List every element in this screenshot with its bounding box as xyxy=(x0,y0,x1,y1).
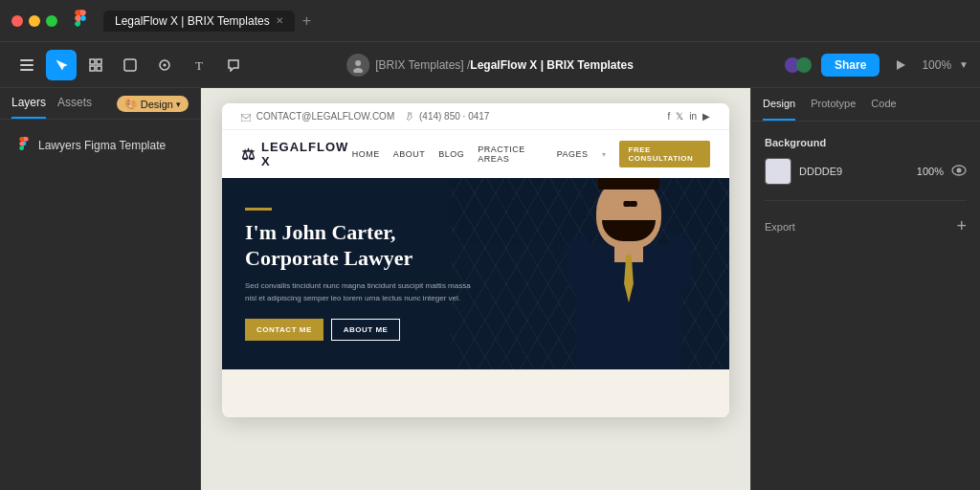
youtube-icon: ▶ xyxy=(702,111,710,122)
logo-icon: ⚖ xyxy=(241,145,256,164)
svg-point-9 xyxy=(164,63,167,66)
design-badge-label: Design xyxy=(141,99,173,110)
site-nav-links: HOME ABOUT BLOG PRACTICE AREAS PAGES ▾ F… xyxy=(352,141,710,167)
toolbar-right: Share 100% ▼ xyxy=(783,50,969,80)
site-topbar: CONTACT@LEGALFLOW.COM (414) 850 · 0417 f… xyxy=(222,103,729,130)
logo-text: LEGALFLOW X xyxy=(261,140,352,168)
svg-rect-4 xyxy=(97,59,101,64)
left-panel-content: Lawyers Figma Template xyxy=(0,120,200,170)
topbar-email: CONTACT@LEGALFLOW.COM xyxy=(241,111,394,122)
share-button[interactable]: Share xyxy=(821,54,880,77)
layer-item[interactable]: Lawyers Figma Template xyxy=(11,131,189,159)
tab-assets[interactable]: Assets xyxy=(57,96,92,119)
topbar-phone: (414) 850 · 0417 xyxy=(406,111,489,122)
toolbar-center: [BRIX Templates] /LegalFlow X | BRIX Tem… xyxy=(346,54,634,77)
twitter-icon: 𝕏 xyxy=(676,111,683,122)
active-tab[interactable]: LegalFlow X | BRIX Templates ✕ xyxy=(103,11,295,32)
add-tab-button[interactable]: + xyxy=(299,12,315,30)
right-panel: Design Prototype Code Background DDDDE9 … xyxy=(750,88,980,490)
hero-subtitle: Sed convallis tincidunt nunc magna tinci… xyxy=(245,280,475,305)
site-logo: ⚖ LEGALFLOW X xyxy=(241,140,352,168)
svg-point-15 xyxy=(796,57,812,73)
svg-point-12 xyxy=(355,60,361,66)
nav-practice[interactable]: PRACTICE AREAS xyxy=(478,145,543,164)
svg-rect-3 xyxy=(90,59,95,64)
background-section-title: Background xyxy=(765,137,967,148)
hero-contact-button[interactable]: CONTACT ME xyxy=(245,319,323,341)
select-tool-icon[interactable] xyxy=(46,50,77,80)
menu-icon[interactable] xyxy=(11,50,42,80)
tab-close-icon[interactable]: ✕ xyxy=(276,15,283,26)
breadcrumb-prefix: [BRIX Templates] / xyxy=(375,58,470,72)
canvas-area[interactable]: CONTACT@LEGALFLOW.COM (414) 850 · 0417 f… xyxy=(201,88,750,490)
background-color-row: DDDDE9 100% xyxy=(765,158,967,185)
pen-tool-icon[interactable] xyxy=(149,50,180,80)
hero-content: I'm John Carter, Corporate Lawyer Sed co… xyxy=(222,189,729,359)
site-nav: ⚖ LEGALFLOW X HOME ABOUT BLOG PRACTICE A… xyxy=(222,130,729,178)
text-tool-icon[interactable]: T xyxy=(184,50,214,80)
svg-rect-6 xyxy=(97,66,101,71)
layer-label: Lawyers Figma Template xyxy=(38,139,166,152)
maximize-button[interactable] xyxy=(46,15,57,27)
linkedin-icon: in xyxy=(689,111,697,122)
site-topbar-left: CONTACT@LEGALFLOW.COM (414) 850 · 0417 xyxy=(241,111,489,122)
right-panel-tabs: Design Prototype Code xyxy=(751,88,980,122)
breadcrumb-active: LegalFlow X | BRIX Templates xyxy=(470,58,634,72)
svg-rect-1 xyxy=(20,64,33,66)
play-button[interactable] xyxy=(887,52,914,78)
export-row: Export + xyxy=(765,200,967,236)
color-value[interactable]: DDDDE9 xyxy=(799,166,909,177)
export-label: Export xyxy=(765,221,795,233)
nav-home[interactable]: HOME xyxy=(352,149,380,159)
user-avatar xyxy=(346,54,369,77)
figma-logo-icon xyxy=(73,8,88,33)
export-add-button[interactable]: + xyxy=(956,216,967,236)
nav-cta[interactable]: FREE CONSULTATION xyxy=(619,141,710,167)
tab-code[interactable]: Code xyxy=(871,88,896,121)
opacity-value[interactable]: 100% xyxy=(917,166,944,177)
color-swatch[interactable] xyxy=(765,158,791,185)
left-panel-tabs: Layers Assets 🎨 Design ▾ xyxy=(0,88,200,120)
left-panel: Layers Assets 🎨 Design ▾ xyxy=(0,88,201,490)
tab-bar: LegalFlow X | BRIX Templates ✕ + xyxy=(103,11,315,32)
svg-text:T: T xyxy=(195,58,203,72)
nav-pages[interactable]: PAGES xyxy=(557,149,589,159)
title-bar: LegalFlow X | BRIX Templates ✕ + xyxy=(0,0,980,42)
svg-rect-5 xyxy=(90,66,95,71)
traffic-lights xyxy=(11,15,57,27)
svg-rect-2 xyxy=(20,69,33,71)
svg-point-20 xyxy=(957,167,962,172)
nav-about[interactable]: ABOUT xyxy=(393,149,426,159)
right-panel-content: Background DDDDE9 100% Export + xyxy=(751,122,980,252)
tab-prototype[interactable]: Prototype xyxy=(811,88,856,121)
hero-accent-line xyxy=(245,208,272,211)
minimize-button[interactable] xyxy=(29,15,40,27)
shape-tool-icon[interactable] xyxy=(115,50,145,80)
tab-label: LegalFlow X | BRIX Templates xyxy=(115,14,270,28)
svg-rect-18 xyxy=(241,114,251,122)
tab-design[interactable]: Design xyxy=(763,88,795,121)
svg-marker-16 xyxy=(897,60,905,70)
close-button[interactable] xyxy=(11,15,23,27)
hero-buttons: CONTACT ME ABOUT ME xyxy=(245,319,706,341)
website-preview: CONTACT@LEGALFLOW.COM (414) 850 · 0417 f… xyxy=(222,103,729,417)
site-topbar-social: f 𝕏 in ▶ xyxy=(667,111,710,122)
comment-tool-icon[interactable] xyxy=(218,50,249,80)
nav-blog[interactable]: BLOG xyxy=(438,149,464,159)
facebook-icon: f xyxy=(667,111,670,122)
avatars-group-icon xyxy=(783,50,813,80)
design-badge[interactable]: 🎨 Design ▾ xyxy=(117,96,189,119)
breadcrumb: [BRIX Templates] /LegalFlow X | BRIX Tem… xyxy=(375,58,634,72)
frame-tool-icon[interactable] xyxy=(80,50,111,80)
visibility-icon[interactable] xyxy=(951,165,967,179)
tab-layers[interactable]: Layers xyxy=(11,96,46,119)
figma-file-icon xyxy=(17,135,31,155)
hero-about-button[interactable]: ABOUT ME xyxy=(331,319,401,341)
toolbar: T [BRIX Templates] /LegalFlow X | BRIX T… xyxy=(0,42,980,88)
site-below-hero xyxy=(222,369,729,417)
zoom-label[interactable]: 100% xyxy=(922,58,951,72)
svg-rect-0 xyxy=(20,59,33,61)
zoom-chevron-icon[interactable]: ▼ xyxy=(959,59,969,70)
hero-title: I'm John Carter, Corporate Lawyer xyxy=(245,220,706,271)
svg-rect-7 xyxy=(124,59,136,71)
